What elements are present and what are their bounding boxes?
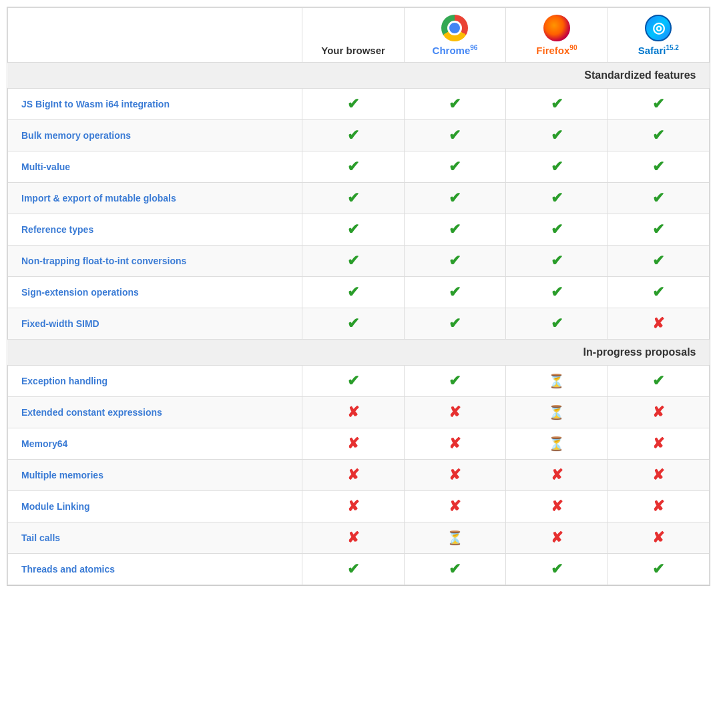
hourglass-icon: ⏳ — [548, 436, 565, 451]
firefox-cell: ⏳ — [506, 397, 608, 428]
safari-cell: ✔ — [608, 277, 709, 308]
check-icon: ✔ — [347, 158, 359, 175]
check-icon: ✔ — [347, 284, 359, 300]
check-icon: ✔ — [347, 561, 359, 577]
feature-label: Non-trapping float-to-int conversions — [21, 256, 186, 266]
safari-cell: ✘ — [608, 308, 709, 340]
check-icon: ✔ — [652, 561, 664, 577]
cross-icon: ✘ — [652, 529, 664, 546]
your-browser-cell: ✔ — [302, 366, 404, 397]
safari-cell: ✘ — [608, 428, 709, 460]
chrome-cell: ✘ — [404, 491, 505, 522]
chrome-header: Chrome96 — [404, 8, 505, 63]
feature-name: JS BigInt to Wasm i64 integration — [8, 89, 302, 120]
chrome-cell: ✔ — [404, 151, 505, 183]
table-row: Multi-value ✔ ✔ ✔ ✔ — [8, 151, 710, 183]
firefox-cell: ✔ — [506, 214, 608, 246]
cross-icon: ✘ — [347, 529, 359, 546]
check-icon: ✔ — [551, 127, 563, 143]
cross-icon: ✘ — [551, 498, 563, 514]
feature-name: Sign-extension operations — [8, 277, 302, 308]
firefox-cell: ✔ — [506, 89, 608, 120]
safari-cell: ✔ — [608, 366, 709, 397]
check-icon: ✔ — [652, 158, 664, 175]
table-row: Fixed-width SIMD ✔ ✔ ✔ ✘ — [8, 308, 710, 340]
chrome-cell: ✔ — [404, 277, 505, 308]
feature-name: Extended constant expressions — [8, 397, 302, 428]
cross-icon: ✘ — [652, 315, 664, 332]
safari-cell: ✔ — [608, 151, 709, 183]
safari-cell: ✔ — [608, 120, 709, 151]
table-row: Memory64 ✘ ✘ ⏳ ✘ — [8, 428, 710, 460]
chrome-icon — [441, 15, 468, 41]
compatibility-table: Your browser Chrome96 Firefox90 Safari15… — [7, 7, 710, 586]
feature-label: Tail calls — [21, 532, 60, 543]
check-icon: ✔ — [347, 127, 359, 143]
firefox-icon — [543, 15, 570, 41]
feature-label: Extended constant expressions — [21, 407, 162, 418]
check-icon: ✔ — [652, 284, 664, 300]
your-browser-cell: ✔ — [302, 151, 404, 183]
feature-name: Memory64 — [8, 428, 302, 460]
feature-name: Multi-value — [8, 151, 302, 183]
safari-cell: ✔ — [608, 554, 709, 585]
firefox-cell: ⏳ — [506, 428, 608, 460]
firefox-name: Firefox90 — [536, 45, 577, 56]
check-icon: ✔ — [652, 221, 664, 238]
feature-label: Fixed-width SIMD — [21, 318, 99, 329]
safari-cell: ✘ — [608, 522, 709, 554]
check-icon: ✔ — [347, 252, 359, 269]
your-browser-cell: ✘ — [302, 522, 404, 554]
your-browser-cell: ✔ — [302, 183, 404, 214]
check-icon: ✔ — [449, 252, 461, 269]
your-browser-cell: ✔ — [302, 89, 404, 120]
section-title: In-progress proposals — [8, 340, 710, 366]
feature-label: JS BigInt to Wasm i64 integration — [21, 99, 170, 109]
cross-icon: ✘ — [551, 466, 563, 483]
feature-name: Reference types — [8, 214, 302, 246]
check-icon: ✔ — [652, 372, 664, 389]
firefox-cell: ✘ — [506, 460, 608, 491]
check-icon: ✔ — [652, 190, 664, 206]
chrome-cell: ✔ — [404, 183, 505, 214]
feature-label: Sign-extension operations — [21, 287, 139, 298]
cross-icon: ✘ — [347, 435, 359, 452]
check-icon: ✔ — [449, 95, 461, 112]
cross-icon: ✘ — [652, 466, 664, 483]
firefox-cell: ✘ — [506, 522, 608, 554]
table-row: Sign-extension operations ✔ ✔ ✔ ✔ — [8, 277, 710, 308]
feature-name: Multiple memories — [8, 460, 302, 491]
chrome-cell: ✔ — [404, 366, 505, 397]
feature-name: Import & export of mutable globals — [8, 183, 302, 214]
table-row: JS BigInt to Wasm i64 integration ✔ ✔ ✔ … — [8, 89, 710, 120]
firefox-cell: ✘ — [506, 491, 608, 522]
safari-cell: ✘ — [608, 491, 709, 522]
table-row: Threads and atomics ✔ ✔ ✔ ✔ — [8, 554, 710, 585]
chrome-cell: ✔ — [404, 214, 505, 246]
your-browser-cell: ✔ — [302, 554, 404, 585]
table-row: Non-trapping float-to-int conversions ✔ … — [8, 246, 710, 277]
firefox-cell: ⏳ — [506, 366, 608, 397]
your-browser-cell: ✔ — [302, 246, 404, 277]
cross-icon: ✘ — [449, 435, 461, 452]
feature-label: Multi-value — [21, 161, 70, 172]
cross-icon: ✘ — [347, 466, 359, 483]
safari-cell: ✔ — [608, 89, 709, 120]
check-icon: ✔ — [347, 221, 359, 238]
feature-label: Import & export of mutable globals — [21, 193, 176, 204]
section-header-0: Standardized features — [8, 63, 710, 89]
check-icon: ✔ — [551, 284, 563, 300]
check-icon: ✔ — [449, 315, 461, 332]
firefox-version: 90 — [569, 44, 577, 51]
your-browser-cell: ✔ — [302, 120, 404, 151]
chrome-cell: ✘ — [404, 428, 505, 460]
check-icon: ✔ — [347, 315, 359, 332]
chrome-cell: ✘ — [404, 397, 505, 428]
your-browser-cell: ✔ — [302, 214, 404, 246]
check-icon: ✔ — [551, 190, 563, 206]
safari-icon — [645, 15, 672, 41]
hourglass-icon: ⏳ — [548, 374, 565, 388]
firefox-cell: ✔ — [506, 120, 608, 151]
check-icon: ✔ — [449, 158, 461, 175]
cross-icon: ✘ — [449, 466, 461, 483]
